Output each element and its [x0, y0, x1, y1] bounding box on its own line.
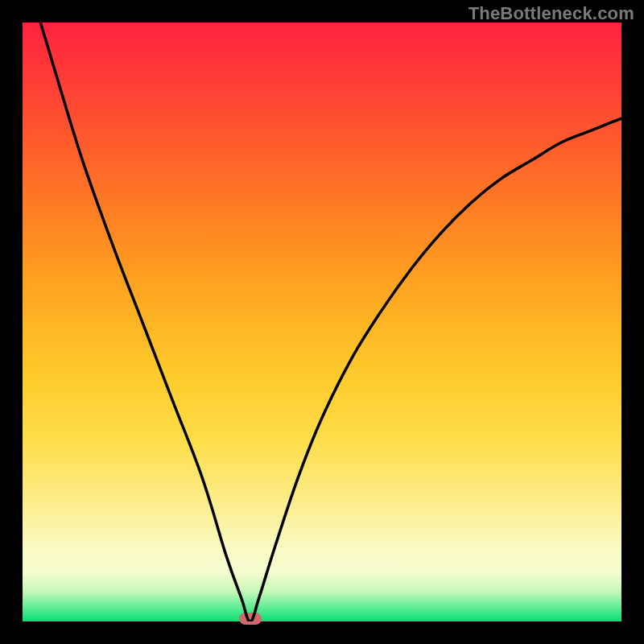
- curve-path: [40, 23, 621, 621]
- bottleneck-curve: [23, 23, 621, 621]
- chart-frame: TheBottleneck.com: [0, 0, 644, 644]
- watermark-text: TheBottleneck.com: [469, 3, 634, 24]
- plot-area: [23, 23, 621, 621]
